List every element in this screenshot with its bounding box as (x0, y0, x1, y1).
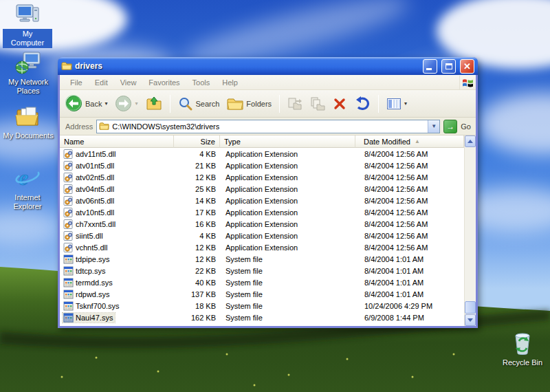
file-name: tdpipe.sys (76, 255, 110, 263)
delete-button[interactable] (330, 96, 349, 112)
table-row[interactable]: atv01nt5.dll 21 KB Application Extension… (60, 160, 464, 171)
views-icon (386, 97, 402, 111)
copy-to-icon (310, 96, 325, 111)
go-label: Go (461, 122, 471, 131)
file-date: 8/4/2004 12:56 AM (355, 243, 464, 252)
file-name: tdtcp.sys (76, 267, 105, 275)
move-to-button[interactable] (285, 95, 305, 113)
undo-button[interactable] (351, 94, 373, 113)
dll-file-icon (63, 173, 74, 182)
menu-file[interactable]: File (64, 76, 89, 89)
sys-file-icon (63, 266, 74, 276)
views-button[interactable]: ▾ (384, 96, 410, 112)
table-row[interactable]: atv02nt5.dll 12 KB Application Extension… (60, 171, 464, 183)
table-row[interactable]: ch7xxnt5.dll 16 KB Application Extension… (60, 218, 464, 230)
file-type: System file (220, 279, 355, 287)
desktop-icon-my-computer[interactable]: My Computer (3, 3, 52, 48)
file-type: Application Extension (220, 208, 355, 217)
column-header-date-modified[interactable]: Date Modified ▲ (355, 135, 464, 148)
file-type: Application Extension (220, 150, 355, 158)
column-header-size[interactable]: Size (174, 135, 220, 148)
undo-icon (354, 96, 371, 112)
table-row[interactable]: atv06nt5.dll 14 KB Application Extension… (60, 195, 464, 206)
column-headers: Name Size Type Date Modified ▲ (60, 135, 464, 148)
file-name: Naui47.sys (76, 314, 113, 322)
menu-help[interactable]: Help (216, 76, 244, 89)
file-name: atv01nt5.dll (76, 162, 114, 170)
dll-file-icon (63, 161, 74, 171)
sys-file-icon (63, 278, 74, 287)
desktop-icon-my-documents[interactable]: My Documents (1, 106, 56, 141)
file-name: atv04nt5.dll (76, 185, 114, 193)
folders-label: Folders (246, 100, 272, 108)
table-row[interactable]: Tsknf700.sys 18 KB System file 10/24/200… (60, 300, 464, 312)
table-row[interactable]: vchnt5.dll 12 KB Application Extension 8… (60, 241, 464, 253)
desktop-icon-my-network-places[interactable]: My Network Places (3, 51, 54, 96)
file-type: System file (220, 302, 355, 310)
scroll-up-button[interactable] (465, 135, 476, 147)
menu-view[interactable]: View (114, 76, 143, 89)
file-name: Tsknf700.sys (76, 302, 120, 310)
maximize-button[interactable] (441, 59, 456, 74)
desktop-icon-internet-explorer[interactable]: e Internet Explorer (6, 165, 50, 212)
file-type: Application Extension (220, 220, 355, 228)
file-date: 8/4/2004 12:56 AM (355, 185, 464, 193)
file-type: Application Extension (220, 162, 355, 170)
table-row[interactable]: Naui47.sys 162 KB System file 6/9/2008 1… (60, 312, 464, 323)
file-date: 8/4/2004 12:56 AM (355, 232, 464, 240)
sys-file-icon (63, 301, 74, 311)
sys-file-icon (63, 254, 74, 264)
up-button[interactable] (143, 94, 165, 113)
table-row[interactable]: rdpwd.sys 137 KB System file 8/4/2004 1:… (60, 288, 464, 300)
views-dropdown-icon[interactable]: ▾ (404, 100, 407, 107)
desktop-icon-label: Recycle Bin (500, 358, 544, 368)
menu-favorites[interactable]: Favorites (142, 76, 186, 89)
go-button[interactable]: → (443, 120, 457, 133)
back-icon (65, 95, 82, 112)
column-header-name[interactable]: Name (60, 135, 174, 148)
table-row[interactable]: tdpipe.sys 12 KB System file 8/4/2004 1:… (60, 253, 464, 265)
minimize-button[interactable] (423, 59, 437, 74)
file-type: Application Extension (220, 185, 355, 193)
back-button[interactable]: Back ▾ (63, 94, 110, 113)
title-bar[interactable]: drivers ✕ (58, 57, 478, 75)
internet-explorer-icon: e (14, 165, 41, 191)
desktop-icon-label: Internet Explorer (6, 193, 50, 212)
forward-dropdown-icon[interactable]: ▾ (135, 100, 138, 107)
file-size: 40 KB (174, 279, 220, 287)
forward-button[interactable]: ▾ (112, 94, 140, 113)
copy-to-button[interactable] (307, 95, 328, 113)
file-date: 8/4/2004 12:56 AM (355, 220, 464, 228)
back-dropdown-icon[interactable]: ▾ (104, 100, 107, 107)
scroll-down-button[interactable] (465, 314, 476, 326)
file-name: atv02nt5.dll (76, 173, 114, 182)
column-header-type[interactable]: Type (220, 135, 355, 148)
table-row[interactable]: adv11nt5.dll 4 KB Application Extension … (60, 148, 464, 160)
address-label: Address (63, 122, 93, 131)
menu-tools[interactable]: Tools (186, 76, 217, 89)
desktop-icon-recycle-bin[interactable]: Recycle Bin (498, 330, 547, 368)
scrollbar-thumb[interactable] (465, 301, 476, 314)
menu-edit[interactable]: Edit (89, 76, 114, 89)
table-row[interactable]: atv10nt5.dll 17 KB Application Extension… (60, 206, 464, 218)
standard-buttons-toolbar: Back ▾ ▾ (60, 90, 476, 118)
address-input[interactable]: C:\WINDOWS\system32\drivers ▼ (96, 120, 440, 133)
file-size: 17 KB (174, 208, 220, 217)
my-computer-icon (14, 3, 41, 28)
my-network-places-icon (14, 51, 42, 76)
search-button[interactable]: Search (175, 95, 223, 113)
file-type: System file (220, 314, 355, 322)
close-button[interactable]: ✕ (460, 59, 474, 74)
table-row[interactable]: termdd.sys 40 KB System file 8/4/2004 1:… (60, 276, 464, 288)
dll-file-icon (63, 219, 74, 229)
vertical-scrollbar[interactable] (464, 135, 476, 326)
folders-button[interactable]: Folders (224, 95, 274, 113)
file-name: vchnt5.dll (76, 243, 107, 252)
table-row[interactable]: siint5.dll 4 KB Application Extension 8/… (60, 230, 464, 241)
table-row[interactable]: atv04nt5.dll 25 KB Application Extension… (60, 183, 464, 195)
file-name: adv11nt5.dll (76, 150, 116, 158)
file-size: 4 KB (174, 232, 220, 240)
table-row[interactable]: tdtcp.sys 22 KB System file 8/4/2004 1:0… (60, 265, 464, 276)
address-dropdown-icon[interactable]: ▼ (428, 120, 439, 133)
recycle-bin-icon (510, 330, 535, 356)
